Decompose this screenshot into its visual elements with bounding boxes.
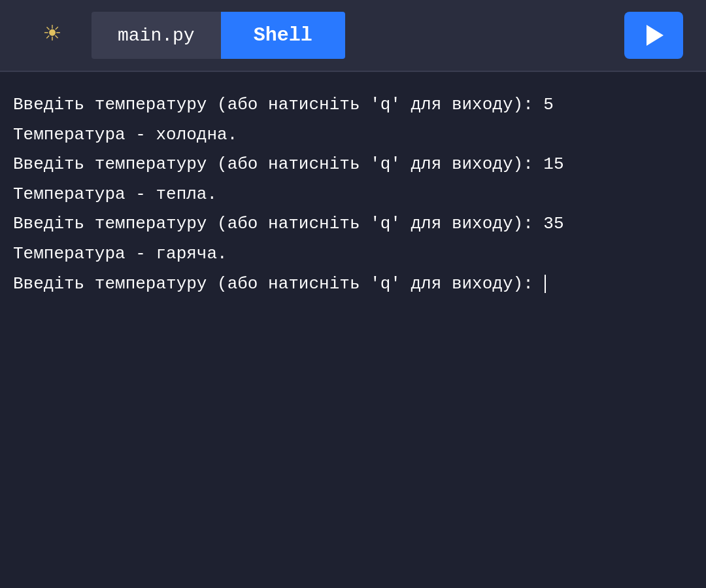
tab-container: main.py Shell	[92, 0, 601, 71]
tab-mainpy-label: main.py	[118, 26, 195, 46]
shell-line: Введіть температуру (або натисніть 'q' д…	[13, 211, 693, 238]
shell-line: Введіть температуру (або натисніть 'q' д…	[13, 151, 693, 179]
tab-shell-label: Shell	[254, 24, 312, 46]
shell-line: Температура - холодна.	[13, 122, 693, 149]
play-icon	[647, 25, 664, 46]
shell-line: Температура - гаряча.	[13, 241, 693, 268]
toolbar: ☀ main.py Shell	[0, 0, 706, 72]
toolbar-right	[614, 12, 693, 59]
shell-line: Температура - тепла.	[13, 181, 693, 209]
tab-shell[interactable]: Shell	[221, 12, 345, 59]
cursor	[545, 275, 546, 293]
tab-mainpy[interactable]: main.py	[92, 12, 221, 59]
run-button[interactable]	[624, 12, 683, 59]
shell-line[interactable]: Введіть температуру (або натисніть 'q' д…	[13, 271, 693, 298]
sun-icon: ☀	[44, 22, 60, 49]
shell-line: Введіть температуру (або натисніть 'q' д…	[13, 92, 693, 119]
shell-area: Введіть температуру (або натисніть 'q' д…	[0, 72, 706, 588]
toolbar-left: ☀	[13, 22, 92, 49]
